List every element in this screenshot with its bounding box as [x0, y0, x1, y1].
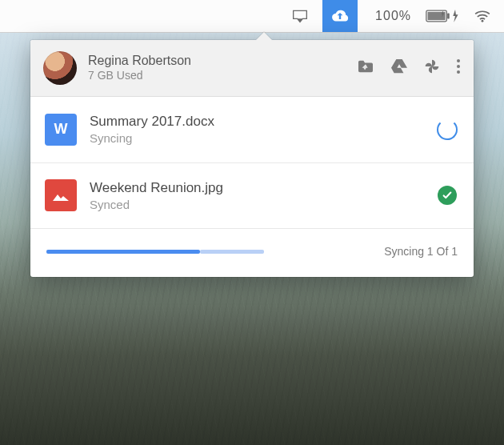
sync-progress-text: Syncing 1 Of 1 [384, 245, 458, 258]
airplay-icon[interactable] [292, 9, 308, 23]
word-doc-icon: W [45, 114, 77, 146]
desktop-background: 100% Regina Robertson 7 [0, 0, 504, 445]
storage-used: 7 GB Used [88, 69, 357, 83]
file-name: Weekend Reunion.jpg [90, 179, 422, 197]
drive-folder-icon[interactable] [357, 59, 374, 77]
file-row[interactable]: W Summary 2017.docx Syncing [30, 97, 474, 163]
popover-header: Regina Robertson 7 GB Used [30, 40, 474, 97]
more-vertical-icon[interactable] [456, 58, 461, 78]
svg-point-4 [457, 59, 460, 62]
battery-charging-icon[interactable] [426, 10, 459, 22]
file-row[interactable]: Weekend Reunion.jpg Synced [30, 163, 474, 230]
file-status: Syncing [90, 130, 422, 146]
svg-point-3 [482, 20, 484, 22]
cloud-upload-icon[interactable] [322, 0, 358, 32]
wifi-icon[interactable] [474, 10, 491, 22]
svg-rect-1 [447, 14, 450, 19]
synced-check-icon [438, 186, 457, 205]
avatar[interactable] [43, 51, 77, 85]
popover-caret [0, 32, 504, 40]
file-name: Summary 2017.docx [90, 113, 422, 130]
google-photos-icon[interactable] [424, 58, 440, 78]
file-status: Synced [90, 197, 422, 213]
backup-sync-popover: Regina Robertson 7 GB Used [30, 40, 474, 277]
user-name: Regina Robertson [88, 53, 357, 69]
system-menu-bar: 100% [0, 0, 504, 33]
popover-footer: Syncing 1 Of 1 [30, 229, 474, 277]
battery-percent: 100% [375, 9, 411, 23]
syncing-spinner-icon [437, 119, 458, 140]
image-file-icon [45, 179, 77, 211]
google-drive-icon[interactable] [390, 58, 408, 78]
sync-progress-bar [46, 250, 366, 254]
svg-point-5 [457, 65, 460, 68]
svg-point-6 [457, 70, 460, 74]
